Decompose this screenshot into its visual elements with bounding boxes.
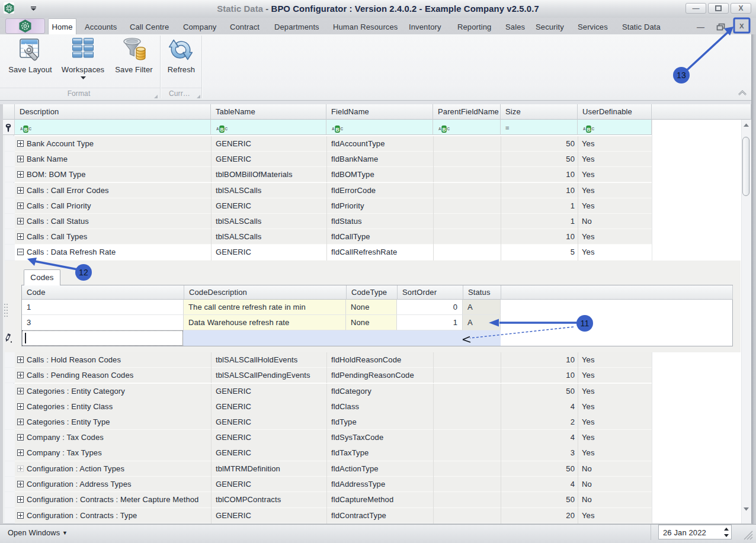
- svg-text:13: 13: [677, 70, 686, 80]
- svg-text:11: 11: [581, 319, 590, 328]
- svg-text:12: 12: [79, 268, 88, 277]
